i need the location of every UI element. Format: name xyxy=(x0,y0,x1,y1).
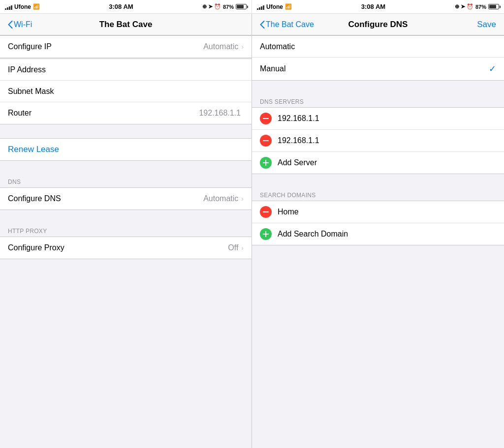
right-nav-bar: The Bat Cave Configure DNS Save xyxy=(252,14,504,35)
add-search-domain-label: Add Search Domain xyxy=(278,230,348,239)
configure-proxy-chevron: › xyxy=(241,244,244,252)
home-domain-label: Home xyxy=(278,208,299,216)
http-proxy-section-header: HTTP PROXY xyxy=(0,224,252,237)
back-button-right[interactable]: The Bat Cave xyxy=(260,20,314,29)
dns-manual-label: Manual xyxy=(260,64,285,73)
configure-dns-value: Automatic xyxy=(203,194,238,203)
add-server-item[interactable]: Add Server xyxy=(252,152,504,174)
configure-ip-item[interactable]: Configure IP Automatic › xyxy=(0,36,252,58)
dns-group: Configure DNS Automatic › xyxy=(0,187,252,210)
dns-mode-group: Automatic Manual ✓ xyxy=(252,35,504,81)
configure-proxy-item[interactable]: Configure Proxy Off › xyxy=(0,237,252,259)
battery-icon-left xyxy=(236,4,247,9)
dns-server-2-value: 192.168.1.1 xyxy=(278,136,319,145)
icons-right: ⊕ ➤ ⏰ xyxy=(455,3,473,10)
signal-icon-right xyxy=(257,4,264,10)
location-icon-left: ⊕ ➤ ⏰ xyxy=(202,3,221,10)
add-search-domain-item[interactable]: Add Search Domain xyxy=(252,223,504,245)
configure-ip-value: Automatic xyxy=(203,42,238,51)
router-value: 192.168.1.1 xyxy=(199,109,241,118)
right-spacer-2 xyxy=(252,174,504,188)
ip-address-label: IP Address xyxy=(8,65,244,74)
renew-lease-label: Renew Lease xyxy=(8,145,59,154)
configure-dns-label: Configure DNS xyxy=(8,194,203,203)
checkmark-icon: ✓ xyxy=(489,63,496,74)
delete-home-domain-button[interactable] xyxy=(260,206,272,218)
delete-server-1-button[interactable] xyxy=(260,113,272,124)
save-button[interactable]: Save xyxy=(477,20,496,29)
subnet-mask-label: Subnet Mask xyxy=(8,87,244,96)
ip-address-item: IP Address xyxy=(0,59,252,81)
add-server-label: Add Server xyxy=(278,158,317,167)
configure-proxy-value: Off xyxy=(228,243,238,252)
configure-dns-chevron: › xyxy=(241,195,244,203)
spacer-3 xyxy=(0,210,252,224)
carrier-right: Ufone xyxy=(266,3,283,10)
delete-server-2-button[interactable] xyxy=(260,135,272,147)
time-right: 3:08 AM xyxy=(361,3,385,10)
back-label-left: Wi-Fi xyxy=(14,20,32,29)
add-search-domain-icon xyxy=(260,228,272,240)
dns-server-1: 192.168.1.1 xyxy=(252,108,504,130)
time-left: 3:08 AM xyxy=(109,3,133,10)
left-nav-bar: Wi-Fi The Bat Cave xyxy=(0,14,252,35)
subnet-mask-item: Subnet Mask xyxy=(0,81,252,102)
back-button-left[interactable]: Wi-Fi xyxy=(8,20,32,29)
dns-manual-item[interactable]: Manual ✓ xyxy=(252,58,504,80)
nav-title-left: The Bat Cave xyxy=(99,20,153,30)
carrier-left: Ufone xyxy=(14,3,31,10)
dns-servers-header: DNS SERVERS xyxy=(252,94,504,107)
dns-automatic-label: Automatic xyxy=(260,42,295,51)
dns-server-2: 192.168.1.1 xyxy=(252,130,504,152)
configure-ip-label: Configure IP xyxy=(8,42,203,51)
signal-icon xyxy=(5,4,12,10)
search-domains-group: Home Add Search Domain xyxy=(252,201,504,245)
renew-lease-item[interactable]: Renew Lease xyxy=(0,139,252,160)
battery-icon-right xyxy=(488,4,499,9)
dns-server-1-value: 192.168.1.1 xyxy=(278,114,319,123)
network-info-group: IP Address Subnet Mask Router 192.168.1.… xyxy=(0,59,252,124)
proxy-group: Configure Proxy Off › xyxy=(0,237,252,259)
configure-ip-group: Configure IP Automatic › xyxy=(0,35,252,58)
nav-title-right: Configure DNS xyxy=(348,20,408,30)
dns-automatic-item[interactable]: Automatic xyxy=(252,36,504,58)
router-label: Router xyxy=(8,109,199,118)
spacer-2 xyxy=(0,161,252,175)
spacer-1 xyxy=(0,124,252,138)
battery-pct-left: 87% xyxy=(223,4,234,10)
back-label-right: The Bat Cave xyxy=(266,20,314,29)
dns-servers-group: 192.168.1.1 192.168.1.1 Add Server xyxy=(252,107,504,174)
right-spacer-1 xyxy=(252,81,504,94)
configure-ip-chevron: › xyxy=(241,43,244,51)
dns-section-header: DNS xyxy=(0,175,252,187)
right-panel: The Bat Cave Configure DNS Save Automati… xyxy=(252,14,504,448)
renew-lease-group: Renew Lease xyxy=(0,138,252,161)
wifi-icon-left: 📶 xyxy=(33,3,40,10)
battery-pct-right: 87% xyxy=(475,4,486,10)
add-server-icon xyxy=(260,157,272,169)
configure-proxy-label: Configure Proxy xyxy=(8,243,228,252)
configure-dns-item[interactable]: Configure DNS Automatic › xyxy=(0,188,252,209)
wifi-icon-right: 📶 xyxy=(285,3,292,10)
left-panel: Wi-Fi The Bat Cave Configure IP Automati… xyxy=(0,14,252,448)
search-domain-home: Home xyxy=(252,201,504,223)
router-item: Router 192.168.1.1 xyxy=(0,102,252,124)
search-domains-header: SEARCH DOMAINS xyxy=(252,188,504,201)
